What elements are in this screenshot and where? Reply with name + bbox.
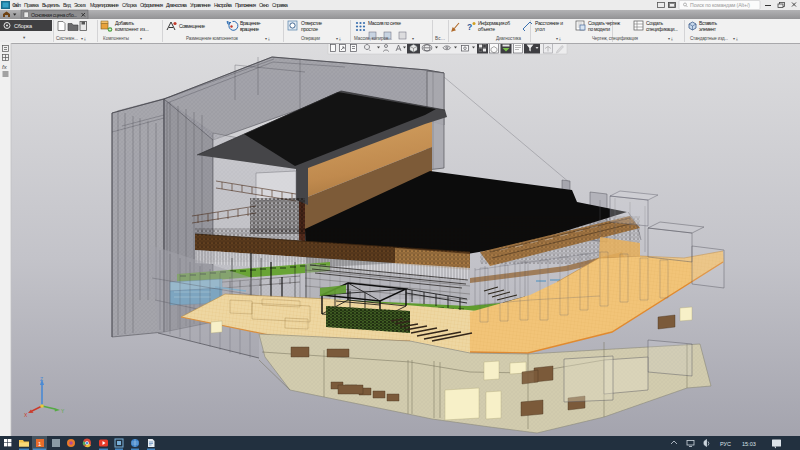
- svg-text:Эскиз: Эскиз: [74, 2, 87, 8]
- svg-text:▾ ⤓: ▾ ⤓: [668, 36, 673, 41]
- svg-text:Моделирование: Моделирование: [90, 2, 119, 8]
- svg-text:▾: ▾: [412, 36, 414, 41]
- svg-text:Оформления: Оформления: [140, 2, 163, 8]
- svg-text:спецификаци...: спецификаци...: [646, 26, 678, 32]
- svg-text:Компоненты: Компоненты: [103, 36, 129, 41]
- svg-text:простое: простое: [301, 26, 318, 32]
- svg-text:Диагностика: Диагностика: [496, 36, 521, 41]
- svg-text:Выделить: Выделить: [42, 2, 60, 8]
- svg-text:Чертеж, спецификация: Чертеж, спецификация: [592, 36, 639, 41]
- svg-text:Настройка: Настройка: [214, 2, 232, 8]
- svg-text:Сборка: Сборка: [14, 23, 33, 29]
- svg-text:угол: угол: [535, 26, 545, 32]
- svg-text:Массив по сетке: Массив по сетке: [368, 20, 401, 26]
- svg-text:Поиск по командам (Alt+/): Поиск по командам (Alt+/): [690, 2, 750, 8]
- svg-text:?: ?: [467, 22, 472, 32]
- svg-text:Системн...: Системн...: [56, 36, 78, 41]
- svg-text:▾ ⤓: ▾ ⤓: [556, 36, 561, 41]
- svg-text:Массив, копиров...: Массив, копиров...: [354, 36, 392, 41]
- svg-text:▾ ⤓: ▾ ⤓: [81, 36, 86, 41]
- svg-text:Стандартные изд...: Стандартные изд...: [690, 36, 728, 41]
- svg-text:15:03: 15:03: [742, 441, 756, 447]
- svg-text:Приложения: Приложения: [235, 2, 256, 8]
- svg-text:Z: Z: [40, 376, 43, 382]
- svg-text:Сборка: Сборка: [122, 2, 137, 8]
- svg-text:▾ ⤓: ▾ ⤓: [265, 36, 270, 41]
- svg-text:Операции: Операции: [301, 36, 320, 41]
- svg-text:Правка: Правка: [24, 2, 39, 8]
- svg-text:Вид: Вид: [63, 2, 71, 8]
- svg-text:Справка: Справка: [272, 2, 288, 8]
- svg-text:по модели: по модели: [588, 26, 610, 32]
- svg-text:Файл: Файл: [12, 2, 21, 8]
- svg-text:▾ ⤓: ▾ ⤓: [733, 36, 738, 41]
- svg-text:Основная сцена сбо...: Основная сцена сбо...: [31, 12, 77, 18]
- svg-text:Диагностика: Диагностика: [166, 2, 187, 8]
- svg-text:РУС: РУС: [720, 441, 731, 447]
- svg-text:Вс...: Вс...: [435, 36, 445, 41]
- svg-text:Размещение компонентов: Размещение компонентов: [186, 36, 239, 41]
- svg-text:Совмещение: Совмещение: [179, 23, 205, 29]
- svg-text:Управление: Управление: [190, 2, 211, 8]
- svg-text:вращение: вращение: [240, 26, 259, 32]
- svg-text:компонент из...: компонент из...: [115, 26, 149, 32]
- svg-text:▾: ▾: [140, 36, 142, 41]
- svg-text:▾ ⤓: ▾ ⤓: [336, 36, 341, 41]
- svg-text:элемент: элемент: [699, 26, 717, 32]
- svg-text:Окно: Окно: [259, 2, 269, 8]
- svg-text:объекте: объекте: [478, 26, 495, 32]
